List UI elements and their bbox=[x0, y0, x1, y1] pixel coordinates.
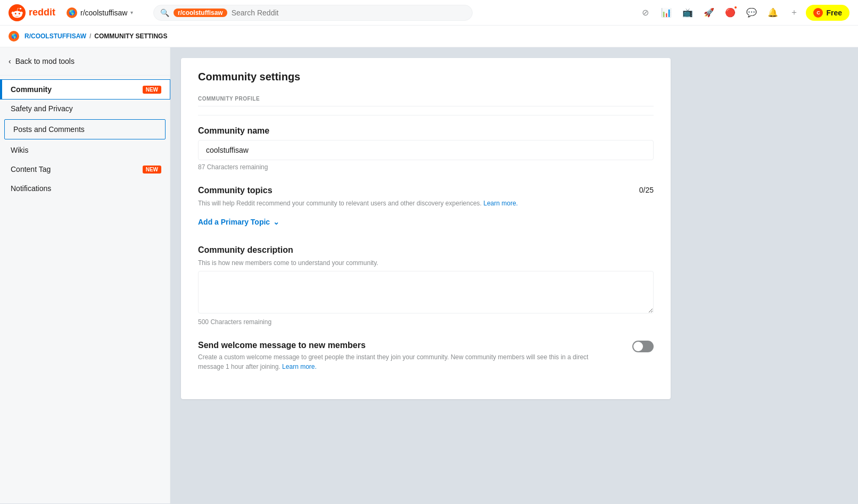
back-label: Back to mod tools bbox=[15, 57, 75, 65]
search-icon: 🔍 bbox=[160, 9, 169, 17]
welcome-desc: Create a custom welcome message to greet… bbox=[198, 352, 613, 371]
welcome-message-section: Send welcome message to new members Crea… bbox=[198, 341, 654, 371]
back-arrow-icon: ‹ bbox=[9, 57, 11, 65]
settings-card: Community settings COMMUNITY PROFILE Com… bbox=[181, 58, 671, 399]
search-tag: r/coolstuffisaw bbox=[174, 9, 227, 17]
chevron-down-icon: ▾ bbox=[130, 10, 133, 15]
sidebar-item-content-tag-badge: NEW bbox=[143, 166, 161, 173]
breadcrumb-avatar: 🌎 bbox=[9, 31, 19, 42]
free-button[interactable]: C Free bbox=[806, 5, 849, 21]
sidebar-item-notifications-label: Notifications bbox=[11, 184, 51, 193]
community-name-input[interactable] bbox=[198, 140, 654, 160]
reddit-wordmark: reddit bbox=[29, 7, 55, 18]
section-divider bbox=[198, 115, 654, 115]
premium-icon: C bbox=[813, 8, 823, 18]
community-name-chars: 87 Characters remaining bbox=[198, 163, 654, 171]
community-desc-label: Community description bbox=[198, 245, 654, 255]
sidebar-item-content-tag-label: Content Tag bbox=[11, 165, 51, 173]
breadcrumb-subreddit-link[interactable]: R/COOLSTUFFISAW bbox=[24, 32, 86, 40]
welcome-title: Send welcome message to new members bbox=[198, 341, 613, 350]
chat-icon-btn[interactable]: 💬 bbox=[742, 3, 761, 22]
welcome-desc-text: Create a custom welcome message to greet… bbox=[198, 353, 588, 370]
community-topics-group: Community topics This will help Reddit r… bbox=[198, 186, 654, 230]
page-layout: ‹ Back to mod tools Community NEW Safety… bbox=[0, 47, 858, 503]
subreddit-selector[interactable]: 🌎 r/coolstuffisaw ▾ bbox=[62, 5, 147, 21]
breadcrumb-separator: / bbox=[89, 32, 91, 40]
add-icon-btn[interactable]: ＋ bbox=[785, 3, 804, 22]
sidebar-item-notifications[interactable]: Notifications bbox=[0, 179, 170, 198]
subreddit-avatar: 🌎 bbox=[67, 7, 77, 18]
stats-icon-btn[interactable]: 📊 bbox=[657, 3, 676, 22]
help-icon-btn[interactable]: ⊘ bbox=[636, 3, 655, 22]
sidebar-item-posts-label: Posts and Comments bbox=[13, 125, 85, 134]
sidebar-item-content-tag[interactable]: Content Tag NEW bbox=[0, 160, 170, 179]
bell-icon-btn[interactable]: 🔔 bbox=[763, 3, 782, 22]
community-description-textarea[interactable] bbox=[198, 271, 654, 313]
community-name-group: Community name 87 Characters remaining bbox=[198, 126, 654, 171]
community-name-chars-count: 87 bbox=[198, 163, 205, 171]
welcome-message-toggle[interactable] bbox=[632, 341, 654, 352]
sidebar-item-safety[interactable]: Safety and Privacy bbox=[0, 99, 170, 118]
topics-desc-text: This will help Reddit recommend your com… bbox=[198, 200, 482, 207]
topics-count: 0/25 bbox=[639, 186, 654, 194]
main-content: Community settings COMMUNITY PROFILE Com… bbox=[170, 47, 858, 503]
welcome-learn-more[interactable]: Learn more. bbox=[282, 363, 317, 370]
rocket-icon-btn[interactable]: 🚀 bbox=[699, 3, 719, 22]
community-description-group: Community description This is how new me… bbox=[198, 245, 654, 326]
breadcrumb: 🌎 R/COOLSTUFFISAW / COMMUNITY SETTINGS bbox=[0, 26, 858, 47]
top-navigation: reddit 🌎 r/coolstuffisaw ▾ 🔍 r/coolstuff… bbox=[0, 0, 858, 26]
sidebar-nav: Community NEW Safety and Privacy Posts a… bbox=[0, 76, 170, 202]
topics-label: Community topics bbox=[198, 186, 639, 195]
add-primary-topic-button[interactable]: Add a Primary Topic ⌄ bbox=[198, 213, 279, 230]
search-bar[interactable]: 🔍 r/coolstuffisaw bbox=[153, 5, 473, 21]
community-name-chars-label: Characters remaining bbox=[207, 163, 268, 171]
video-icon-btn[interactable]: 📺 bbox=[678, 3, 697, 22]
reddit-logo[interactable]: reddit bbox=[9, 4, 55, 21]
description-chars: 500 Characters remaining bbox=[198, 318, 654, 326]
sidebar-item-community-badge: NEW bbox=[143, 86, 161, 94]
page-title: Community settings bbox=[198, 71, 654, 83]
add-topic-label: Add a Primary Topic bbox=[198, 218, 270, 226]
subreddit-name: r/coolstuffisaw bbox=[80, 9, 127, 17]
free-label: Free bbox=[826, 9, 842, 17]
search-input[interactable] bbox=[232, 9, 466, 17]
community-desc-sublabel: This is how new members come to understa… bbox=[198, 259, 654, 267]
add-topic-chevron-icon: ⌄ bbox=[273, 218, 279, 226]
notification-dot bbox=[733, 5, 738, 10]
sidebar-item-community[interactable]: Community NEW bbox=[0, 80, 170, 99]
back-to-mod-tools-link[interactable]: ‹ Back to mod tools bbox=[0, 47, 170, 76]
nav-icons: ⊘ 📊 📺 🚀 🔴 💬 🔔 ＋ C Free bbox=[636, 3, 849, 22]
sidebar-item-wikis-label: Wikis bbox=[11, 146, 28, 154]
description-chars-count: 500 bbox=[198, 318, 209, 326]
sidebar: ‹ Back to mod tools Community NEW Safety… bbox=[0, 47, 170, 503]
sidebar-item-safety-label: Safety and Privacy bbox=[11, 104, 73, 113]
welcome-header: Send welcome message to new members Crea… bbox=[198, 341, 654, 371]
community-name-label: Community name bbox=[198, 126, 654, 136]
topics-learn-more[interactable]: Learn more. bbox=[483, 200, 518, 207]
topics-header: Community topics This will help Reddit r… bbox=[198, 186, 654, 211]
sidebar-item-community-label: Community bbox=[11, 85, 52, 94]
topics-header-left: Community topics This will help Reddit r… bbox=[198, 186, 639, 211]
sidebar-item-wikis[interactable]: Wikis bbox=[0, 141, 170, 160]
notification-icon-btn[interactable]: 🔴 bbox=[721, 3, 740, 22]
section-label: COMMUNITY PROFILE bbox=[198, 96, 654, 106]
description-chars-label: Characters remaining bbox=[210, 318, 271, 326]
sidebar-item-posts[interactable]: Posts and Comments bbox=[4, 119, 166, 139]
breadcrumb-current-page: COMMUNITY SETTINGS bbox=[94, 32, 167, 40]
topics-description: This will help Reddit recommend your com… bbox=[198, 200, 639, 207]
welcome-header-left: Send welcome message to new members Crea… bbox=[198, 341, 613, 371]
